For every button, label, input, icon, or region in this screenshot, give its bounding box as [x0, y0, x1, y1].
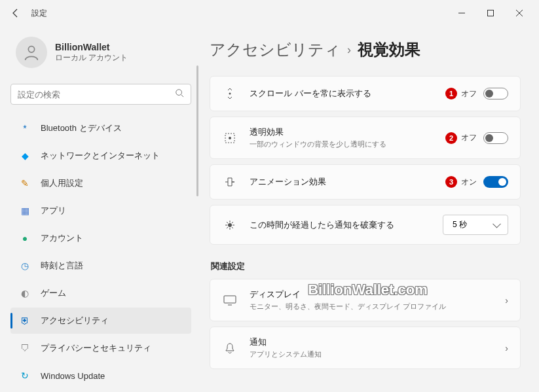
- sidebar-item-icon: ▦: [18, 204, 31, 217]
- sidebar-item-label: アプリ: [41, 205, 66, 217]
- related-item[interactable]: 通知アプリとシステム通知›: [210, 327, 521, 369]
- related-heading: 関連設定: [211, 260, 521, 272]
- back-button[interactable]: [5, 3, 26, 24]
- svg-line-4: [181, 95, 184, 98]
- search-icon: [175, 88, 184, 100]
- close-button[interactable]: [505, 3, 534, 23]
- toggle-state-label: オフ: [461, 88, 477, 99]
- svg-rect-9: [224, 296, 236, 303]
- sidebar-item-label: ゲーム: [41, 287, 66, 299]
- svg-rect-1: [488, 10, 494, 16]
- duration-dropdown[interactable]: 5 秒: [443, 215, 508, 235]
- svg-point-3: [176, 90, 182, 96]
- sidebar-item[interactable]: ●アカウント: [10, 225, 191, 251]
- toggle-state-label: オフ: [461, 132, 477, 143]
- setting-subtitle: 一部のウィンドウの背景を少し透明にする: [250, 139, 445, 149]
- profile-account-type: ローカル アカウント: [55, 52, 128, 63]
- related-title: ディスプレイ: [250, 289, 500, 300]
- related-subtitle: モニター、明るさ、夜間モード、ディスプレイ プロファイル: [250, 302, 500, 312]
- svg-point-5: [229, 93, 231, 95]
- related-subtitle: アプリとシステム通知: [250, 349, 500, 359]
- setting-card: アニメーション効果3オン: [210, 164, 521, 200]
- sidebar-item-icon: ◐: [18, 287, 31, 300]
- related-icon: [222, 340, 238, 356]
- related-item[interactable]: ディスプレイモニター、明るさ、夜間モード、ディスプレイ プロファイル›: [210, 279, 521, 321]
- sidebar-item-icon: ◷: [18, 259, 31, 272]
- profile-block[interactable]: BillionWallet ローカル アカウント: [10, 37, 191, 68]
- svg-point-2: [28, 46, 34, 52]
- window-title: 設定: [31, 8, 47, 19]
- sidebar-item[interactable]: ◷時刻と言語: [10, 253, 191, 279]
- breadcrumb-parent[interactable]: アクセシビリティ: [210, 39, 341, 60]
- sidebar-item[interactable]: *Bluetooth とデバイス: [10, 115, 191, 141]
- chevron-right-icon: ›: [347, 43, 351, 57]
- sidebar-item-icon: *: [18, 122, 31, 135]
- setting-card: スクロール バーを常に表示する1オフ: [210, 76, 521, 111]
- profile-name: BillionWallet: [55, 42, 128, 52]
- svg-point-8: [228, 223, 232, 227]
- sidebar-item-icon: ↻: [18, 369, 31, 382]
- minimize-button[interactable]: [447, 3, 476, 23]
- setting-title: アニメーション効果: [250, 176, 445, 188]
- sidebar-item[interactable]: ⛉プライバシーとセキュリティ: [10, 335, 191, 361]
- svg-point-7: [229, 137, 231, 139]
- related-icon: [222, 293, 238, 308]
- sidebar-item-label: Bluetooth とデバイス: [41, 122, 122, 134]
- sidebar-item-icon: ◆: [18, 149, 31, 162]
- sidebar-item[interactable]: ↻Windows Update: [10, 363, 191, 389]
- sidebar-item-label: ネットワークとインターネット: [41, 150, 160, 162]
- setting-card: この時間が経過したら通知を破棄する5 秒: [210, 205, 521, 245]
- sidebar: BillionWallet ローカル アカウント *Bluetooth とデバイ…: [0, 26, 196, 392]
- setting-icon: [222, 217, 238, 233]
- sidebar-item-label: 時刻と言語: [41, 260, 83, 272]
- sidebar-item-label: アクセシビリティ: [41, 315, 109, 327]
- sidebar-item-label: Windows Update: [41, 371, 105, 381]
- sidebar-item[interactable]: ⛨アクセシビリティ: [10, 308, 191, 334]
- annotation-badge: 2: [445, 132, 457, 144]
- sidebar-item-label: アカウント: [41, 232, 83, 244]
- avatar: [16, 37, 47, 68]
- toggle-state-label: オン: [461, 177, 477, 188]
- setting-title: この時間が経過したら通知を破棄する: [250, 219, 443, 231]
- sidebar-item[interactable]: ◆ネットワークとインターネット: [10, 143, 191, 169]
- toggle-switch[interactable]: [483, 88, 508, 99]
- chevron-right-icon: ›: [500, 343, 508, 353]
- maximize-button[interactable]: [476, 3, 505, 23]
- setting-title: スクロール バーを常に表示する: [250, 88, 445, 99]
- search-input[interactable]: [18, 90, 175, 99]
- setting-icon: [222, 174, 238, 190]
- toggle-switch[interactable]: [483, 176, 508, 188]
- sidebar-item-icon: ⛨: [18, 314, 31, 327]
- sidebar-item-label: 個人用設定: [41, 177, 83, 189]
- annotation-badge: 1: [445, 88, 457, 99]
- chevron-right-icon: ›: [500, 295, 508, 306]
- search-box[interactable]: [10, 84, 191, 105]
- nav-list: *Bluetooth とデバイス◆ネットワークとインターネット✎個人用設定▦アプ…: [10, 115, 191, 389]
- breadcrumb-current: 視覚効果: [358, 39, 420, 60]
- sidebar-item-icon: ✎: [18, 177, 31, 190]
- breadcrumb: アクセシビリティ › 視覚効果: [210, 39, 521, 60]
- setting-card: 透明効果一部のウィンドウの背景を少し透明にする2オフ: [210, 116, 521, 159]
- sidebar-item-label: プライバシーとセキュリティ: [41, 342, 151, 354]
- setting-title: 透明効果: [250, 126, 445, 138]
- sidebar-item[interactable]: ◐ゲーム: [10, 280, 191, 306]
- sidebar-item[interactable]: ▦アプリ: [10, 198, 191, 224]
- setting-icon: [222, 130, 238, 146]
- titlebar: 設定: [0, 0, 539, 26]
- sidebar-item-icon: ⛉: [18, 342, 31, 355]
- related-title: 通知: [250, 336, 500, 348]
- content-area: アクセシビリティ › 視覚効果 スクロール バーを常に表示する1オフ透明効果一部…: [196, 26, 539, 392]
- sidebar-item-icon: ●: [18, 232, 31, 245]
- setting-icon: [222, 86, 238, 101]
- annotation-badge: 3: [445, 176, 457, 188]
- toggle-switch[interactable]: [483, 132, 508, 144]
- sidebar-item[interactable]: ✎個人用設定: [10, 170, 191, 196]
